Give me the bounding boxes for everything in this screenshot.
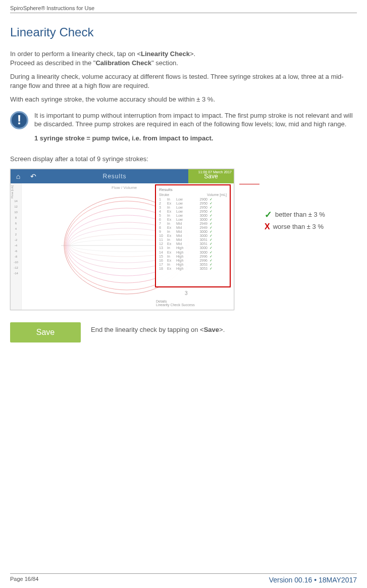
text: In order to perform a linearity check, t… [10,50,141,58]
y-tick: 2 [11,233,21,238]
check-icon: ✓ [265,209,272,220]
callout-line [239,184,259,184]
text: End the linearity check by tapping on < [91,326,204,333]
status-bar: 11:06 07 March 2017 [198,170,232,174]
svg-text:3: 3 [185,290,188,296]
table-row: 3InLow2950✓ [159,206,227,210]
screenshot-body: Flow [L/s] 1412108642-2-4-6-8-10-12-14 F… [11,183,234,310]
results-panel: Results Stroke Volume [mL] 1InLow2900✓2E… [155,184,231,287]
table-row: 16ExHigh2996✓ [159,259,227,263]
screen-display-label: Screen display after a total of 9 syring… [10,155,357,164]
legend-worse-text: worse than ± 3 % [273,223,324,230]
results-table: 1InLow2900✓2ExLow2950✓3InLow2950✓4ExLow2… [159,198,227,271]
y-tick: 10 [11,211,21,216]
paragraph-desc: During a linearity check, volume accurac… [10,72,357,90]
save-row: Save End the linearity check by tapping … [10,322,357,342]
table-row: 2ExLow2950✓ [159,202,227,206]
x-icon: X [265,222,270,231]
legend-better: ✓ better than ± 3 % [265,209,325,220]
table-row: 8ExMid2949✓ [159,226,227,230]
y-axis: Flow [L/s] 1412108642-2-4-6-8-10-12-14 [11,183,22,310]
save-button[interactable]: Save [10,322,81,342]
paragraph-intro: In order to perform a linearity check, t… [10,50,357,67]
back-icon[interactable]: ↶ [26,169,41,183]
table-row: 11InMid3051✓ [159,238,227,242]
alert-icon: ! [10,111,28,129]
version-info: Version 00.16 • 18MAY2017 [269,576,357,584]
details-text: Linearity Check Success [156,303,230,307]
table-row: 12ExMid3051✓ [159,242,227,246]
legend-better-text: better than ± 3 % [275,211,325,218]
table-row: 15InHigh2996✓ [159,255,227,259]
y-tick: -6 [11,250,21,255]
table-row: 1InLow2900✓ [159,198,227,202]
table-row: 14ExHigh3000✓ [159,251,227,255]
details-label: Details [156,300,230,303]
page-number: Page 16/84 [10,576,38,584]
paragraph-accuracy: With each syringe stroke, the volume acc… [10,95,357,104]
y-tick: -2 [11,238,21,244]
table-row: 17InHigh3053✓ [159,263,227,267]
y-axis-label: Flow [L/s] [11,185,14,199]
table-row: 18ExHigh3053✓ [159,267,227,271]
y-tick: 8 [11,216,21,222]
results-tab[interactable]: Results [41,173,188,180]
text: Proceed as described in the " [10,59,95,67]
doc-header: SpiroSphere® Instructions for Use [10,5,357,13]
save-instruction: End the linearity check by tapping on <S… [91,325,225,334]
table-row: 9InMid3000✓ [159,230,227,234]
legend-worse: X worse than ± 3 % [265,222,325,231]
y-tick: -14 [11,272,21,277]
details-panel: Details Linearity Check Success [156,300,230,307]
notice-body: It is important to pump without interrup… [34,111,357,148]
results-columns: Stroke Volume [mL] [159,193,227,197]
notice-block: ! It is important to pump without interr… [10,111,357,148]
table-row: 10ExMid3000✓ [159,234,227,238]
table-row: 7InMid2949✓ [159,222,227,226]
notice-text: It is important to pump without interrup… [34,111,357,129]
col-volume: Volume [mL] [207,193,227,197]
table-row: 4ExLow2950✓ [159,210,227,214]
col-stroke: Stroke [159,193,169,197]
text: >. [219,326,225,333]
y-tick: -8 [11,255,21,261]
notice-emphasis: 1 syringe stroke = pump twice, i.e. from… [34,134,357,143]
y-tick: 12 [11,205,21,211]
y-tick: 6 [11,222,21,227]
table-row: 5InLow3000✓ [159,214,227,218]
home-icon[interactable]: ⌂ [11,169,26,183]
legend: ✓ better than ± 3 % X worse than ± 3 % [265,209,325,233]
y-tick: -10 [11,261,21,266]
screenshot-area: 11:06 07 March 2017 ⌂ ↶ Results Save Flo… [10,169,357,310]
results-title: Results [159,187,227,192]
table-row: 13InHigh3000✓ [159,246,227,250]
y-tick: 14 [11,200,21,205]
device-screenshot: 11:06 07 March 2017 ⌂ ↶ Results Save Flo… [10,169,234,310]
y-tick: 4 [11,227,21,233]
table-row: 6ExLow3000✓ [159,218,227,222]
save-bold: Save [204,326,219,333]
text: " section. [151,59,178,67]
page-title: Linearity Check [10,25,357,39]
calibration-check-bold: Calibration Check [95,59,151,67]
y-tick: -12 [11,266,21,272]
y-tick: -4 [11,244,21,250]
page-footer: Page 16/84 Version 00.16 • 18MAY2017 [10,573,357,584]
text: >. [190,50,195,58]
linearity-check-bold: Linearity Check [141,50,190,58]
